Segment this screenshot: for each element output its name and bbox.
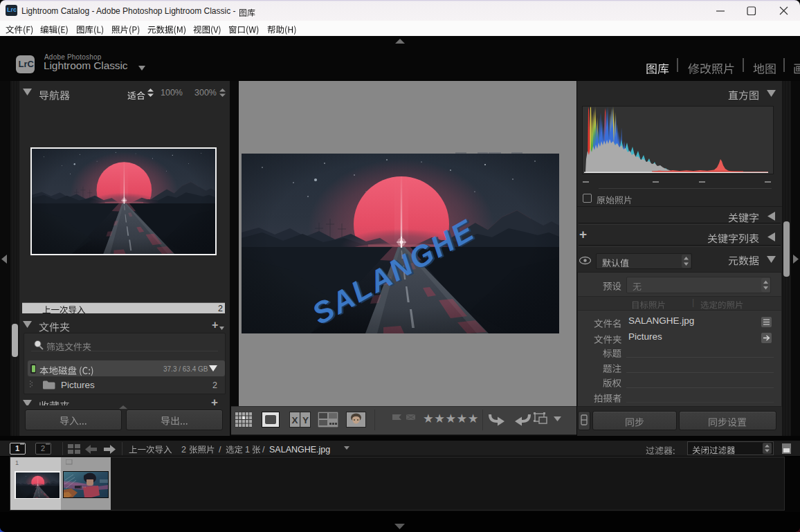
svg-text:X: X: [292, 415, 298, 425]
svg-text:Y: Y: [302, 415, 309, 425]
